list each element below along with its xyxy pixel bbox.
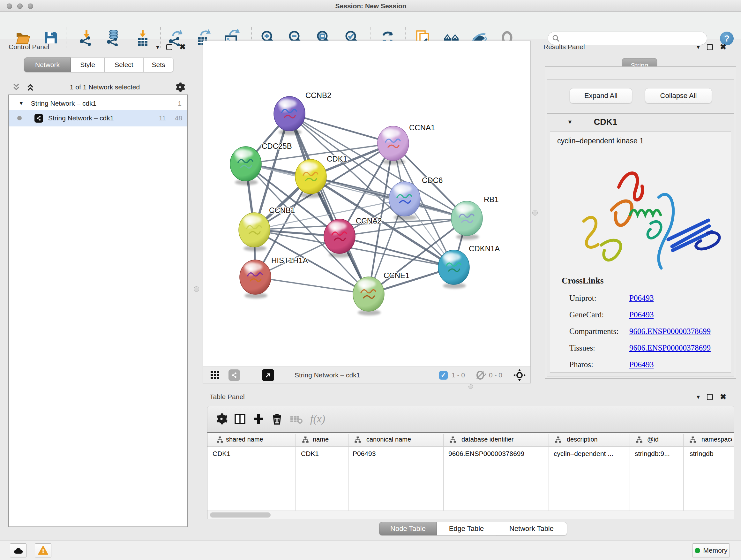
crosslink-uniprot-link[interactable]: P06493 bbox=[629, 294, 654, 303]
column-header[interactable]: namespace bbox=[701, 436, 732, 443]
tab-network-table[interactable]: Network Table bbox=[496, 522, 567, 536]
crosslink-tissues-link[interactable]: 9606.ENSP00000378699 bbox=[629, 344, 711, 353]
column-header[interactable]: @id bbox=[647, 436, 659, 443]
control-panel-menu-icon[interactable]: ▾ bbox=[156, 44, 159, 50]
control-panel-close-icon[interactable]: ✖ bbox=[179, 43, 186, 51]
main-toolbar: ? bbox=[0, 12, 741, 39]
crosslink-pharos-link[interactable]: P06493 bbox=[629, 360, 654, 369]
network-options-gear-icon[interactable] bbox=[175, 82, 185, 92]
tab-edge-table[interactable]: Edge Table bbox=[437, 522, 496, 536]
column-header[interactable]: canonical name bbox=[366, 436, 411, 443]
memory-button[interactable]: Memory bbox=[692, 543, 730, 557]
column-header[interactable]: name bbox=[313, 436, 329, 443]
table-panel-float-icon[interactable] bbox=[707, 394, 713, 400]
network-edge-CCNE1-HIST1H1A[interactable] bbox=[255, 277, 368, 294]
cdk1-section: ▼ CDK1 cyclin–dependent kinase 1 bbox=[547, 113, 734, 376]
table-panel-menu-icon[interactable]: ▾ bbox=[697, 394, 700, 400]
results-content: Expand All Collapse All ▼ CDK1 cyclin–de… bbox=[545, 66, 736, 379]
collapse-all-button[interactable]: Collapse All bbox=[645, 88, 712, 104]
fit-selected-crosshair-icon[interactable] bbox=[513, 369, 526, 381]
left-splitter-handle[interactable] bbox=[194, 287, 199, 292]
network-node-RB1[interactable] bbox=[451, 201, 482, 240]
network-collection-label: String Network – cdk1 bbox=[31, 100, 96, 107]
column-header[interactable]: description bbox=[567, 436, 598, 443]
table-cell[interactable]: stringdb:9... bbox=[635, 450, 670, 457]
title-bar: Session: New Session bbox=[0, 0, 741, 12]
network-node-CCNB2[interactable] bbox=[274, 97, 305, 135]
right-splitter-handle[interactable] bbox=[532, 210, 538, 215]
network-node-label: RB1 bbox=[484, 195, 499, 204]
table-panel: Table Panel ▾ ✖ f(x) shared name bbox=[203, 387, 738, 537]
tree-expand-caret-icon[interactable]: ▼ bbox=[18, 100, 24, 107]
tab-sets[interactable]: Sets bbox=[144, 57, 174, 72]
network-node-label: CCNA2 bbox=[356, 216, 382, 225]
table-horizontal-scrollbar[interactable] bbox=[207, 510, 734, 519]
network-node-CDC25B[interactable] bbox=[230, 146, 261, 185]
crosslink-label: Tissues: bbox=[569, 344, 629, 353]
network-node-label: CDKN1A bbox=[469, 244, 500, 253]
column-header[interactable]: database identifier bbox=[461, 436, 514, 443]
network-node-label: CDC6 bbox=[422, 176, 443, 185]
show-columns-icon[interactable] bbox=[233, 413, 246, 425]
delete-table-icon[interactable] bbox=[289, 413, 303, 425]
network-graph[interactable]: CCNB2CCNA1CDC25BCDK1CDC6RB1CCNB1CCNA2CDK… bbox=[203, 41, 530, 367]
network-collection-row[interactable]: ▼ String Network – cdk1 1 bbox=[9, 95, 187, 110]
crosslink-compartments-link[interactable]: 9606.ENSP00000378699 bbox=[629, 327, 711, 336]
string-network-icon bbox=[35, 114, 43, 123]
crosslink-label: Uniprot: bbox=[569, 294, 629, 303]
memory-status-dot-icon bbox=[695, 548, 700, 553]
section-collapse-caret-icon[interactable]: ▼ bbox=[567, 119, 573, 125]
network-node-CDKN1A[interactable] bbox=[438, 250, 469, 289]
status-bar: Memory bbox=[0, 541, 741, 560]
minimize-window-button[interactable] bbox=[17, 3, 23, 9]
collapse-all-chevron-icon[interactable] bbox=[11, 82, 21, 92]
table-cell[interactable]: 9606.ENSP00000378699 bbox=[448, 450, 524, 457]
table-cell[interactable]: cyclin–dependent ... bbox=[554, 450, 613, 457]
table-cell[interactable]: CDK1 bbox=[212, 450, 230, 457]
function-builder-icon[interactable]: f(x) bbox=[310, 413, 325, 425]
selected-checkbox-icon[interactable]: ✓ bbox=[439, 371, 448, 380]
table-cell[interactable]: P06493 bbox=[353, 450, 376, 457]
zoom-window-button[interactable] bbox=[28, 3, 33, 9]
tab-network[interactable]: Network bbox=[24, 57, 71, 72]
column-header[interactable]: shared name bbox=[226, 436, 263, 443]
scrollbar-thumb[interactable] bbox=[210, 512, 271, 517]
close-window-button[interactable] bbox=[7, 3, 12, 9]
table-cell[interactable]: CDK1 bbox=[301, 450, 319, 457]
network-node-CCNB1[interactable] bbox=[239, 212, 270, 251]
network-node-CCNA1[interactable] bbox=[378, 126, 409, 165]
memory-label: Memory bbox=[703, 547, 728, 554]
results-panel-float-icon[interactable] bbox=[707, 44, 713, 50]
open-in-new-window-icon[interactable] bbox=[262, 369, 274, 381]
delete-column-trash-icon[interactable] bbox=[271, 413, 283, 425]
grid-view-icon[interactable] bbox=[210, 370, 220, 380]
network-row-label: String Network – cdk1 bbox=[48, 114, 114, 122]
tab-select[interactable]: Select bbox=[105, 57, 144, 72]
network-node-label: CCNB1 bbox=[269, 206, 295, 214]
warnings-button[interactable] bbox=[35, 543, 51, 557]
tab-style[interactable]: Style bbox=[71, 57, 105, 72]
table-panel-close-icon[interactable]: ✖ bbox=[720, 393, 726, 401]
results-panel: Results Panel ▾ ✖ String Expand All Coll… bbox=[540, 41, 738, 380]
network-row-selected[interactable]: String Network – cdk1 11 48 bbox=[9, 110, 187, 126]
control-panel-title: Control Panel bbox=[9, 43, 49, 51]
crosslink-label: Pharos: bbox=[569, 360, 629, 369]
control-panel-float-icon[interactable] bbox=[166, 44, 172, 50]
network-canvas[interactable]: CCNB2CCNA1CDC25BCDK1CDC6RB1CCNB1CCNA2CDK… bbox=[203, 41, 531, 367]
results-panel-menu-icon[interactable]: ▾ bbox=[697, 44, 700, 50]
table-cell[interactable]: stringdb bbox=[690, 450, 714, 457]
results-panel-close-icon[interactable]: ✖ bbox=[720, 43, 726, 51]
birdseye-share-icon[interactable] bbox=[228, 369, 240, 381]
cloud-status-button[interactable] bbox=[10, 543, 26, 557]
tab-node-table[interactable]: Node Table bbox=[379, 522, 437, 536]
control-panel: Control Panel ▾ ✖ Network Style Select S… bbox=[3, 41, 190, 533]
network-node-label: CCNE1 bbox=[384, 271, 409, 280]
expand-all-button[interactable]: Expand All bbox=[569, 88, 632, 104]
expand-all-chevron-icon[interactable] bbox=[25, 82, 35, 92]
create-column-plus-icon[interactable] bbox=[252, 413, 265, 425]
network-node-CCNE1[interactable] bbox=[353, 277, 384, 315]
table-options-gear-icon[interactable] bbox=[215, 413, 228, 425]
network-edge-CCNB2-CCNE1[interactable] bbox=[289, 114, 368, 294]
crosslink-genecard-link[interactable]: P06493 bbox=[629, 310, 654, 319]
network-node-HIST1H1A[interactable] bbox=[240, 260, 271, 299]
